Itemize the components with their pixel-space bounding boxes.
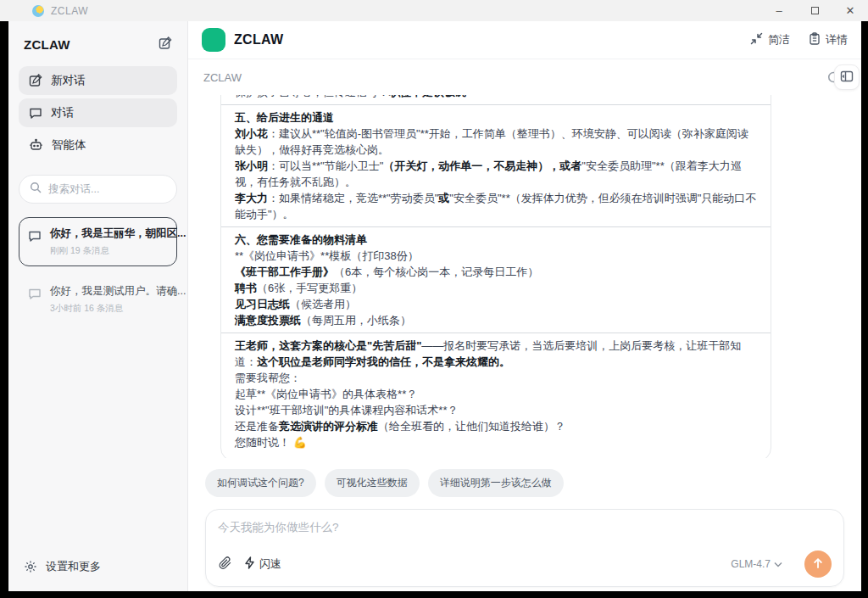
message-line: 设计**"班干部培训"的具体课程内容和话术**？ (235, 402, 757, 418)
model-selector[interactable]: GLM-4.7 (731, 558, 782, 570)
sidebar-nav: 新对话对话智能体 (8, 66, 187, 159)
breadcrumb-row: ZCLAW (188, 59, 861, 95)
app-window: ZCLAW 新对话对话智能体 你好，我是王丽华，朝阳区...刚刚 19 条消息你… (8, 21, 861, 591)
concise-button[interactable]: 简洁 (750, 32, 790, 48)
chat-bubble-icon (28, 287, 42, 300)
suggestion-chip[interactable]: 可视化这些数据 (325, 469, 420, 497)
sidebar-item-new-chat[interactable]: 新对话 (19, 66, 177, 95)
composer-toolbar: 闪速 GLM-4.7 (218, 550, 832, 578)
side-panel-icon (840, 70, 854, 86)
brand-name: ZCLAW (234, 32, 283, 48)
quick-mode-label: 闪速 (259, 556, 281, 572)
main-panel: ZCLAW 简洁详情 ZCLAW (188, 21, 861, 591)
action-label: 简洁 (768, 32, 790, 48)
message-line: 起草**《岗位申请书》的具体表格**？ (235, 386, 757, 402)
conversation-item[interactable]: 你好，我是王丽华，朝阳区...刚刚 19 条消息 (19, 217, 177, 266)
message-line: 还是准备竞选演讲的评分标准（给全班看的，让他们知道投给谁）？ (235, 418, 757, 434)
settings-button[interactable]: 设置和更多 (8, 545, 187, 591)
header-actions: 简洁详情 (750, 32, 848, 48)
robot-icon (29, 138, 43, 152)
brand-logo (202, 28, 225, 52)
composer-input[interactable] (218, 521, 832, 534)
conversation-title: 你好，我是王丽华，朝阳区... (50, 226, 186, 241)
message-line: 李大力：如果情绪稳定，竞选**"劳动委员"或"安全委员"**（发挥体力优势，但必… (235, 190, 757, 222)
message-line: 六、您需要准备的物料清单 (235, 232, 757, 248)
attach-button[interactable] (218, 556, 232, 573)
details-button[interactable]: 详情 (809, 32, 848, 48)
message-line: 聘书（6张，手写更郑重） (235, 280, 757, 296)
message-line: 见习日志纸（候选者用） (235, 296, 757, 312)
message-line: 保护孩子自尊心，但传递信号：职位不是铁饭碗 (235, 95, 757, 100)
sidebar-title: ZCLAW (24, 37, 70, 52)
message-line: **《岗位申请书》**模板（打印38份） (235, 248, 757, 264)
maximize-icon (811, 7, 819, 14)
maximize-button[interactable] (797, 0, 832, 21)
suggestion-chip[interactable]: 详细说明第一步该怎么做 (428, 469, 564, 497)
compose-icon (159, 36, 172, 53)
message-line: 刘小花：建议从**"轮值岗-图书管理员"**开始，工作简单（整理书）、环境安静、… (235, 126, 757, 158)
model-label: GLM-4.7 (731, 558, 771, 570)
suggestion-chip[interactable]: 如何调试这个问题? (205, 469, 316, 497)
minimize-button[interactable]: – (761, 0, 797, 21)
new-chat-button[interactable] (157, 35, 174, 54)
window-title: ZCLAW (51, 5, 88, 17)
composer: 闪速 GLM-4.7 (205, 509, 844, 587)
lightning-icon (244, 556, 255, 572)
os-titlebar: ZCLAW – ✕ (0, 0, 868, 21)
chat-scroll-area[interactable]: 保护孩子自尊心，但传递信号：职位不是铁饭碗五、给后进生的通道刘小花：建议从**"… (188, 95, 861, 458)
paperclip-icon (218, 556, 232, 573)
gear-icon (24, 560, 37, 573)
message-divider (221, 226, 771, 227)
app-icon (32, 5, 44, 17)
message-line: 需要我帮您： (235, 370, 757, 386)
window-controls: – ✕ (761, 0, 868, 21)
sidebar-item-label: 智能体 (52, 137, 86, 153)
conversation-title: 你好，我是测试用户。请确... (50, 284, 186, 299)
sidebar-item-label: 新对话 (51, 73, 86, 88)
message-line: 五、给后进生的通道 (235, 109, 757, 126)
assistant-message: 保护孩子自尊心，但传递信号：职位不是铁饭碗五、给后进生的通道刘小花：建议从**"… (220, 95, 771, 458)
message-line: 王老师，这套方案的核心是"先苦后甜"——报名时要写承诺，当选后要培训，上岗后要考… (235, 338, 757, 370)
sidebar: ZCLAW 新对话对话智能体 你好，我是王丽华，朝阳区...刚刚 19 条消息你… (8, 21, 188, 591)
chevron-down-icon (774, 558, 782, 570)
message-line: 满意度投票纸（每周五用，小纸条） (235, 312, 757, 328)
chat-header: ZCLAW 简洁详情 (188, 21, 861, 59)
message-line: 您随时说！ 💪 (235, 434, 757, 450)
search-icon (30, 182, 42, 197)
message-line: 张小明：可以当**"节能小卫士"（开关灯，动作单一，不易走神），或者"安全委员助… (235, 158, 757, 190)
search-input[interactable] (48, 183, 159, 195)
message-divider (221, 104, 771, 105)
breadcrumb: ZCLAW (203, 71, 242, 84)
arrow-up-icon (812, 557, 824, 572)
message-line: 《班干部工作手册》（6本，每个核心岗一本，记录每日工作） (235, 264, 757, 280)
conversation-item[interactable]: 你好，我是测试用户。请确...3小时前 16 条消息 (19, 275, 177, 324)
message-divider (221, 333, 771, 333)
sidebar-header: ZCLAW (8, 21, 187, 66)
sidebar-item-chats[interactable]: 对话 (19, 98, 177, 127)
quick-mode-button[interactable]: 闪速 (244, 556, 281, 572)
search-box[interactable] (19, 175, 177, 204)
close-button[interactable]: ✕ (832, 0, 868, 21)
breadcrumb-tools (826, 64, 856, 90)
collapse-icon (750, 32, 763, 48)
conversation-list: 你好，我是王丽华，朝阳区...刚刚 19 条消息你好，我是测试用户。请确...3… (8, 212, 187, 329)
sidebar-item-label: 对话 (51, 105, 74, 120)
sidebar-item-agents[interactable]: 智能体 (19, 131, 177, 159)
send-button[interactable] (804, 550, 832, 578)
compose-icon (29, 74, 42, 87)
action-label: 详情 (826, 32, 848, 48)
panel-toggle-button[interactable] (834, 64, 860, 90)
chat-bubble-icon (28, 229, 42, 243)
suggestion-chips: 如何调试这个问题?可视化这些数据详细说明第一步该怎么做 (188, 458, 861, 500)
clipboard-icon (809, 32, 821, 48)
conversation-meta: 刚刚 19 条消息 (50, 245, 186, 257)
chat-bubble-icon (29, 106, 42, 120)
conversation-meta: 3小时前 16 条消息 (50, 303, 186, 315)
settings-label: 设置和更多 (46, 559, 101, 574)
